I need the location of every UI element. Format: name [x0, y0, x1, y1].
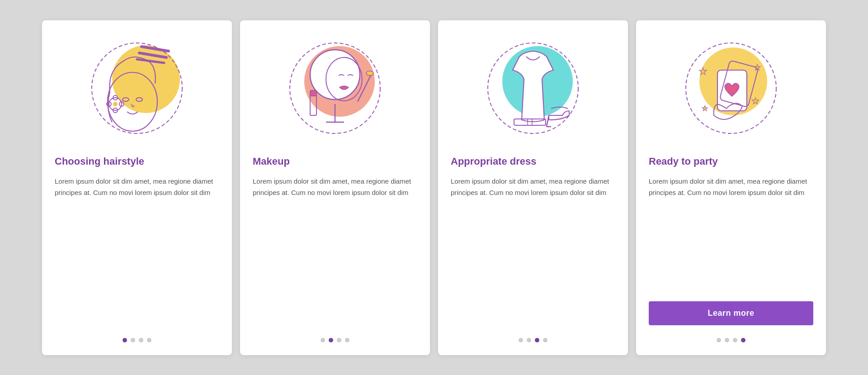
dot-3 — [139, 338, 143, 342]
card-4-illustration: ★ ★ ★ ★ — [649, 34, 813, 142]
card-1-dots — [55, 338, 219, 342]
dot-1 — [717, 338, 721, 342]
card-4-dots — [649, 338, 813, 342]
card-4-title: Ready to party — [649, 155, 718, 168]
card-3-dots — [451, 338, 615, 342]
svg-line-26 — [547, 115, 549, 127]
svg-text:★: ★ — [702, 104, 708, 112]
dot-4 — [147, 338, 151, 342]
card-4-learn-more-container: Learn more — [649, 301, 813, 325]
card-3-body: Lorem ipsum dolor sit dim amet, mea regi… — [451, 176, 615, 325]
dot-1 — [321, 338, 325, 342]
card-choosing-hairstyle: Choosing hairstyle Lorem ipsum dolor sit… — [42, 20, 232, 355]
card-2-title: Makeup — [253, 155, 290, 168]
cards-container: Choosing hairstyle Lorem ipsum dolor sit… — [24, 2, 844, 373]
card-2-dots — [253, 338, 417, 342]
dot-2 — [329, 338, 333, 342]
card-3-title: Appropriate dress — [451, 155, 537, 168]
card-makeup: Makeup Lorem ipsum dolor sit dim amet, m… — [240, 20, 430, 355]
card-4-body: Lorem ipsum dolor sit dim amet, mea regi… — [649, 176, 813, 293]
dot-2 — [131, 338, 135, 342]
svg-text:★: ★ — [698, 66, 708, 77]
learn-more-button[interactable]: Learn more — [649, 301, 813, 325]
svg-point-18 — [310, 50, 360, 100]
dot-3 — [535, 338, 539, 342]
card-1-body: Lorem ipsum dolor sit dim amet, mea regi… — [55, 176, 219, 325]
dot-4 — [543, 338, 547, 342]
dot-3 — [733, 338, 737, 342]
dot-1 — [123, 338, 127, 342]
svg-point-23 — [366, 71, 373, 76]
dot-4 — [345, 338, 349, 342]
dot-2 — [527, 338, 531, 342]
svg-point-9 — [113, 102, 118, 106]
card-3-illustration — [451, 34, 615, 142]
svg-rect-21 — [310, 90, 316, 96]
dot-1 — [519, 338, 523, 342]
dot-3 — [337, 338, 341, 342]
card-2-body: Lorem ipsum dolor sit dim amet, mea regi… — [253, 176, 417, 325]
card-ready-to-party: ★ ★ ★ ★ Ready to party Lorem ipsum dolor… — [636, 20, 826, 355]
svg-text:★: ★ — [751, 96, 760, 106]
dot-4 — [741, 338, 745, 342]
card-1-title: Choosing hairstyle — [55, 155, 144, 168]
card-1-illustration — [55, 34, 219, 142]
dot-2 — [725, 338, 729, 342]
card-appropriate-dress: Appropriate dress Lorem ipsum dolor sit … — [438, 20, 628, 355]
card-2-illustration — [253, 34, 417, 142]
